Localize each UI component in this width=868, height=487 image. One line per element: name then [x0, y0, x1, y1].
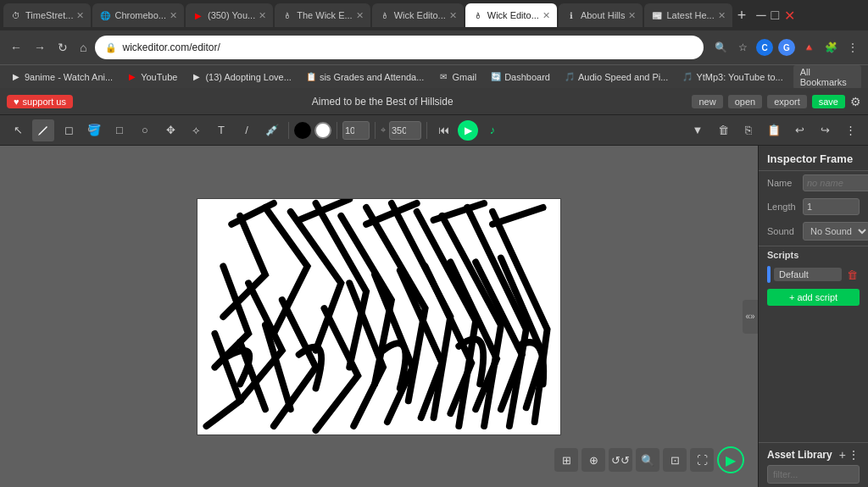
tab-t5[interactable]: 🕯 Wick Edito... ✕ — [372, 3, 464, 27]
header-right: new open export save ⚙ — [692, 95, 861, 108]
frame-length-input[interactable] — [803, 198, 860, 215]
frame-name-input[interactable] — [803, 174, 868, 191]
eyedropper-tool[interactable]: 💉 — [261, 119, 283, 141]
canvas-controls: ⊞ ⊕ ↺↺ 🔍 ⊡ ⛶ ▶ — [554, 446, 744, 473]
redo-btn[interactable]: ↪ — [814, 119, 836, 141]
bookmark-favicon-2: ▶ — [191, 71, 203, 83]
asset-options-button[interactable]: ⋮ — [848, 448, 860, 462]
window-close[interactable]: ✕ — [782, 8, 797, 24]
save-button[interactable]: save — [812, 95, 845, 108]
add-script-button[interactable]: + add script — [767, 289, 860, 306]
eraser-tool[interactable]: ◻ — [58, 119, 80, 141]
tab-t4[interactable]: 🕯 The Wick E... ✕ — [275, 3, 370, 27]
tab-close-t1[interactable]: ✕ — [76, 10, 84, 21]
address-bar-row: ← → ↻ ⌂ 🔒 wickeditor.com/editor/ 🔍 ☆ C G… — [0, 30, 868, 64]
settings-icon[interactable]: ⋮ — [844, 39, 861, 56]
tab-t1[interactable]: ⏱ TimeStret... ✕ — [3, 3, 91, 27]
trash-btn[interactable]: 🗑 — [712, 119, 734, 141]
support-label: support us — [23, 97, 66, 107]
crypto-icon[interactable]: C — [756, 39, 773, 56]
copy-btn[interactable]: ⎘ — [737, 119, 760, 141]
fill-tool[interactable]: 🪣 — [83, 119, 105, 141]
rewind-tool[interactable]: ⏮ — [432, 119, 454, 141]
all-bookmarks-button[interactable]: All Bookmarks — [793, 65, 861, 89]
star-icon[interactable]: ☆ — [734, 39, 751, 56]
play-button[interactable]: ▶ — [458, 120, 478, 141]
tab-t6[interactable]: 🕯 Wick Edito... ✕ — [465, 3, 557, 27]
bookmark-adopting[interactable]: ▶ (13) Adopting Love... — [187, 70, 295, 84]
transform-tool[interactable]: ✥ — [159, 119, 181, 141]
stroke-color-btn[interactable] — [314, 122, 331, 139]
text-tool[interactable]: T — [210, 119, 232, 141]
tab-close-t8[interactable]: ✕ — [718, 10, 726, 21]
tab-close-t3[interactable]: ✕ — [259, 10, 266, 21]
tab-t3[interactable]: ▶ (350) You... ✕ — [186, 3, 273, 27]
default-script-name[interactable]: Default — [774, 268, 842, 281]
forward-button[interactable]: → — [31, 39, 49, 56]
zoom-fit-btn[interactable]: ⊡ — [663, 448, 687, 472]
back-button[interactable]: ← — [7, 39, 25, 56]
tab-favicon-t5: 🕯 — [379, 9, 391, 21]
open-button[interactable]: open — [728, 95, 762, 108]
new-button[interactable]: new — [692, 95, 722, 108]
export-button[interactable]: export — [767, 95, 807, 108]
sound-select[interactable]: No Sound — [803, 222, 868, 241]
bookmark-label-0: 9anime - Watch Ani... — [25, 72, 113, 82]
collapse-panel-button[interactable]: «» — [743, 300, 758, 334]
new-tab-button[interactable]: + — [734, 7, 750, 25]
bookmark-audio[interactable]: 🎵 Audio Speed and Pi... — [560, 70, 671, 84]
script-color-bar — [767, 266, 771, 283]
undo-btn[interactable]: ↩ — [788, 119, 810, 141]
canvas-play-button[interactable]: ▶ — [717, 446, 744, 473]
window-maximize[interactable]: □ — [770, 8, 782, 23]
bookmark-gmail[interactable]: ✉ Gmail — [434, 70, 480, 84]
bookmark-youtube[interactable]: ▶ YouTube — [123, 70, 181, 84]
step-size-input[interactable] — [389, 121, 421, 140]
circle-tool[interactable]: ○ — [134, 119, 156, 141]
line-tool[interactable]: / — [236, 119, 258, 141]
tab-label-t7: About Hills — [581, 10, 626, 20]
reload-button[interactable]: ↻ — [54, 39, 71, 56]
grid-btn[interactable]: ⊞ — [554, 448, 578, 472]
tab-close-t6[interactable]: ✕ — [542, 10, 550, 21]
tab-close-t5[interactable]: ✕ — [449, 10, 457, 21]
google-g-icon[interactable]: G — [778, 39, 795, 56]
canvas-area[interactable]: «» ⊞ ⊕ ↺↺ 🔍 ⊡ ⛶ ▶ — [0, 146, 758, 487]
bookmark-label-6: Audio Speed and Pi... — [578, 72, 668, 82]
search-icon[interactable]: 🔍 — [712, 39, 729, 56]
tab-t8[interactable]: 📰 Latest He... ✕ — [644, 3, 732, 27]
more-btn[interactable]: ⋮ — [839, 119, 861, 141]
fill-color-btn[interactable] — [294, 122, 311, 139]
onion-skin-btn[interactable]: ▼ — [687, 119, 709, 141]
loop-btn[interactable]: ↺↺ — [609, 448, 632, 472]
address-bar[interactable]: 🔒 wickeditor.com/editor/ — [95, 36, 704, 59]
bookmark-dashboard[interactable]: 🔄 Dashboard — [487, 70, 554, 84]
delete-script-button[interactable]: 🗑 — [845, 268, 860, 281]
paste-btn[interactable]: 📋 — [763, 119, 785, 141]
support-button[interactable]: ♥ support us — [7, 95, 73, 108]
node-tool[interactable]: ⟡ — [185, 119, 207, 141]
bookmark-grades[interactable]: 📋 sis Grades and Attenda... — [302, 70, 428, 84]
snap-btn[interactable]: ⊕ — [581, 448, 605, 472]
play-sfx-btn[interactable]: ♪ — [481, 119, 504, 141]
window-minimize[interactable]: ─ — [754, 8, 767, 23]
home-button[interactable]: ⌂ — [76, 39, 90, 56]
asset-add-button[interactable]: + — [839, 448, 846, 462]
drive-icon[interactable]: 🔺 — [800, 39, 817, 56]
bookmark-ytmp3[interactable]: 🎵 YtMp3: YouTube to... — [678, 70, 786, 84]
settings-gear-button[interactable]: ⚙ — [850, 95, 861, 108]
fullscreen-btn[interactable]: ⛶ — [690, 448, 714, 472]
tab-t2[interactable]: 🌐 Chromebo... ✕ — [92, 3, 184, 27]
stroke-size-input[interactable] — [342, 121, 370, 140]
zoom-in-btn[interactable]: 🔍 — [636, 448, 659, 472]
tab-close-t4[interactable]: ✕ — [356, 10, 364, 21]
tab-close-t2[interactable]: ✕ — [170, 10, 177, 21]
cursor-tool[interactable]: ↖ — [7, 119, 29, 141]
tab-close-t7[interactable]: ✕ — [628, 10, 636, 21]
pen-tool[interactable] — [32, 119, 54, 141]
asset-filter-input[interactable] — [767, 465, 860, 484]
tab-t7[interactable]: ℹ About Hills ✕ — [559, 3, 643, 27]
extensions-icon[interactable]: 🧩 — [822, 39, 839, 56]
rectangle-tool[interactable]: □ — [108, 119, 131, 141]
bookmark-anime[interactable]: ▶ 9anime - Watch Ani... — [7, 70, 116, 84]
